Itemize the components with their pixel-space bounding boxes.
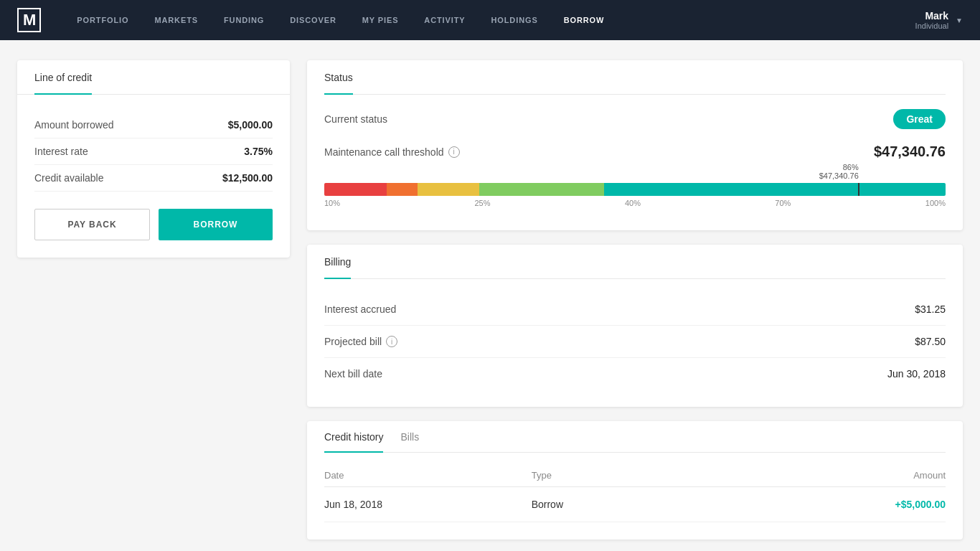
main-content: Line of credit Amount borrowed $5,000.00…: [0, 40, 980, 551]
status-card: Status Current status Great Maintenance …: [307, 60, 963, 230]
nav-activity[interactable]: ACTIVITY: [411, 0, 478, 40]
maintenance-value: $47,340.76: [874, 143, 946, 160]
progress-label-70: 70%: [775, 199, 791, 207]
maintenance-info-icon[interactable]: i: [448, 146, 460, 158]
pay-back-button[interactable]: PAY BACK: [34, 209, 150, 240]
progress-label-25: 25%: [474, 199, 490, 207]
projected-bill-label: Projected bill i: [324, 336, 397, 347]
nav-funding[interactable]: FUNDING: [211, 0, 277, 40]
history-table-header: Date Type Amount: [324, 464, 946, 487]
row-amount: +$5,000.00: [738, 499, 946, 510]
amount-borrowed-value: $5,000.00: [228, 119, 273, 131]
credit-available-value: $12,500.00: [222, 172, 273, 184]
progress-label-40: 40%: [625, 199, 641, 207]
row-type: Borrow: [532, 499, 739, 510]
current-status-label: Current status: [324, 113, 387, 125]
tab-line-of-credit[interactable]: Line of credit: [34, 60, 92, 95]
chevron-down-icon: ▼: [956, 17, 963, 24]
history-card: Credit history Bills Date Type Amount Ju…: [307, 421, 963, 540]
maintenance-threshold-row: Maintenance call threshold i $47,340.76: [324, 143, 946, 160]
row-date: Jun 18, 2018: [324, 499, 532, 510]
interest-rate-value: 3.75%: [244, 146, 273, 157]
interest-rate-row: Interest rate 3.75%: [34, 138, 273, 165]
interest-rate-label: Interest rate: [34, 146, 88, 157]
progress-marker-line: [858, 183, 859, 196]
credit-available-label: Credit available: [34, 172, 104, 184]
progress-segment-teal: [604, 183, 946, 196]
interest-accrued-row: Interest accrued $31.25: [324, 293, 946, 326]
credit-available-row: Credit available $12,500.00: [34, 165, 273, 192]
left-panel-body: Amount borrowed $5,000.00 Interest rate …: [17, 95, 290, 258]
next-bill-date-row: Next bill date Jun 30, 2018: [324, 358, 946, 390]
progress-marker-value: $47,340.76: [819, 171, 859, 180]
amount-borrowed-row: Amount borrowed $5,000.00: [34, 112, 273, 138]
status-tab-bar: Status: [324, 60, 946, 95]
progress-bar: [324, 183, 946, 196]
nav-markets[interactable]: MARKETS: [141, 0, 211, 40]
tab-status[interactable]: Status: [324, 60, 353, 95]
progress-segment-yellow: [418, 183, 480, 196]
nav-borrow[interactable]: BORROW: [551, 0, 618, 40]
interest-accrued-value: $31.25: [915, 303, 946, 315]
billing-card: Billing Interest accrued $31.25 Projecte…: [307, 245, 963, 407]
billing-tab-bar: Billing: [324, 245, 946, 279]
nav-my-pies[interactable]: MY PIES: [349, 0, 412, 40]
nav-discover[interactable]: DISCOVER: [277, 0, 349, 40]
col-header-type: Type: [532, 470, 739, 481]
projected-bill-row: Projected bill i $87.50: [324, 326, 946, 358]
nav-holdings[interactable]: HOLDINGS: [479, 0, 551, 40]
next-bill-date-value: Jun 30, 2018: [887, 368, 946, 380]
progress-segment-red: [324, 183, 387, 196]
current-status-row: Current status Great: [324, 109, 946, 129]
maintenance-label: Maintenance call threshold i: [324, 146, 460, 158]
user-menu[interactable]: Mark Individual ▼: [915, 10, 963, 30]
history-tab-bar: Credit history Bills: [324, 421, 946, 453]
col-header-date: Date: [324, 470, 532, 481]
navbar: M PORTFOLIO MARKETS FUNDING DISCOVER MY …: [0, 0, 980, 40]
projected-bill-info-icon[interactable]: i: [386, 336, 397, 347]
progress-marker: 86% $47,340.76: [819, 163, 859, 180]
table-row: Jun 18, 2018 Borrow +$5,000.00: [324, 487, 946, 522]
borrow-button[interactable]: BORROW: [159, 209, 273, 240]
action-buttons: PAY BACK BORROW: [34, 209, 273, 240]
projected-bill-value: $87.50: [915, 336, 946, 347]
progress-label-100: 100%: [925, 199, 946, 207]
progress-labels: 10% 25% 40% 70% 100%: [324, 199, 946, 207]
left-panel-tab-bar: Line of credit: [17, 60, 290, 95]
progress-label-10: 10%: [324, 199, 340, 207]
progress-container: 86% $47,340.76 10% 25%: [324, 183, 946, 207]
nav-portfolio[interactable]: PORTFOLIO: [64, 0, 141, 40]
next-bill-date-label: Next bill date: [324, 368, 382, 380]
logo[interactable]: M: [17, 8, 41, 32]
tab-bills[interactable]: Bills: [400, 421, 419, 453]
tab-billing[interactable]: Billing: [324, 245, 351, 279]
progress-segment-light-green: [479, 183, 603, 196]
left-panel: Line of credit Amount borrowed $5,000.00…: [17, 60, 290, 258]
progress-marker-percent: 86%: [819, 163, 859, 171]
nav-links: PORTFOLIO MARKETS FUNDING DISCOVER MY PI…: [64, 0, 915, 40]
amount-borrowed-label: Amount borrowed: [34, 119, 114, 131]
right-panel: Status Current status Great Maintenance …: [307, 60, 963, 540]
interest-accrued-label: Interest accrued: [324, 303, 396, 315]
user-name: Mark: [915, 10, 948, 22]
status-badge: Great: [893, 109, 946, 129]
user-type: Individual: [915, 22, 948, 30]
progress-segment-orange: [387, 183, 418, 196]
col-header-amount: Amount: [738, 470, 946, 481]
tab-credit-history[interactable]: Credit history: [324, 421, 383, 453]
